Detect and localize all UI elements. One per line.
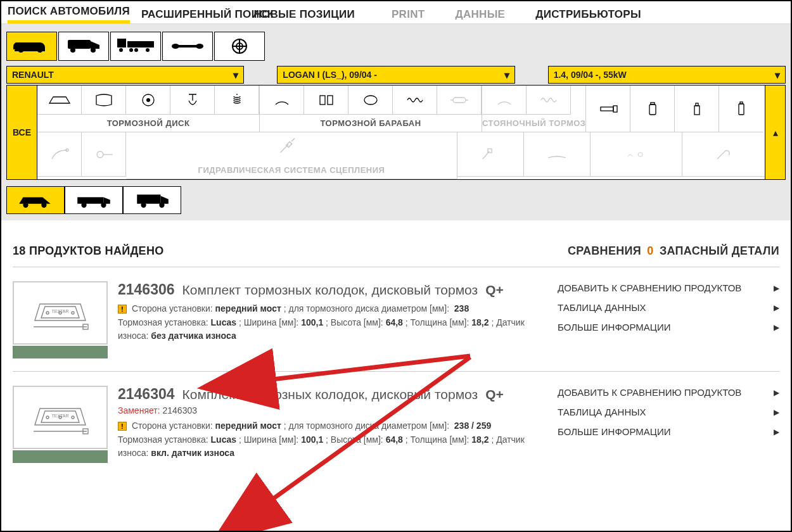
cat-pad-icon[interactable] (37, 86, 82, 115)
svg-point-3 (70, 48, 75, 53)
cat-group-hydraulic: ГИДРАВЛИЧЕСКАЯ СИСТЕМА СЦЕПЛЕНИЯ (126, 132, 457, 179)
chevron-down-icon: ▾ (775, 69, 780, 81)
vehicle-type-van[interactable] (58, 32, 109, 61)
meta-label: ; для тормозного диска диаметром [мм]: (284, 421, 449, 431)
svg-rect-21 (328, 96, 333, 104)
meta-value: 18,2 (471, 317, 489, 327)
cat-tube-icon[interactable] (719, 86, 763, 132)
profile-b[interactable] (65, 186, 123, 214)
select-engine[interactable]: 1.4, 09/04 -, 55kW▾ (548, 66, 786, 84)
cat-fluid-icon[interactable] (630, 86, 675, 132)
category-grid: ВСЕ ТОРМОЗНОЙ ДИСК (6, 85, 786, 180)
product-name: Комплект тормозных колодок, дисковый тор… (182, 387, 478, 402)
category-all[interactable]: ВСЕ (6, 85, 37, 180)
cat-misc3-icon[interactable] (591, 132, 682, 177)
svg-rect-32 (739, 104, 744, 115)
top-nav: ПОИСК АВТОМОБИЛЯ РАСШИРЕННЫЙ ПОИСК НОВЫЕ… (1, 1, 791, 24)
meta-value: передний мост (215, 303, 281, 314)
profile-c[interactable] (123, 186, 181, 214)
triangle-right-icon: ▶ (774, 428, 779, 436)
svg-point-19 (146, 98, 150, 102)
meta-value: Lucas (211, 434, 236, 445)
nav-distributors[interactable]: ДИСТРИБЬЮТОРЫ (535, 8, 641, 21)
meta-value: без датчика износа (151, 331, 236, 341)
triangle-right-icon: ▶ (774, 408, 779, 417)
meta-value: вкл. датчик износа (151, 448, 234, 458)
svg-rect-33 (740, 102, 743, 104)
action-more-info[interactable]: БОЛЬШЕ ИНФОРМАЦИИ▶ (558, 426, 779, 437)
cat-valve-icon[interactable] (82, 132, 126, 177)
vehicle-type-truck[interactable] (110, 32, 161, 61)
svg-rect-37 (286, 142, 292, 148)
warning-icon (118, 305, 127, 314)
cat-rotor-icon[interactable] (126, 86, 170, 115)
product-sku: 2146304 (118, 386, 175, 403)
action-datatable[interactable]: ТАБЛИЦА ДАННЫХ▶ (558, 407, 779, 417)
svg-point-10 (146, 48, 150, 52)
q-plus-badge: Q+ (485, 387, 504, 402)
cat-drum-icon[interactable] (348, 86, 393, 115)
svg-rect-30 (694, 106, 699, 115)
svg-point-44 (101, 203, 106, 208)
product-sku: 2146306 (118, 281, 175, 298)
compare-label-a: СРАВНЕНИЯ (568, 244, 641, 257)
cat-spring-icon[interactable] (215, 86, 259, 115)
product-card: TEXTAR 2146304 Комплект тормозных колодо… (13, 371, 779, 476)
action-compare[interactable]: ДОБАВИТЬ К СРАВНЕНИЮ ПРОДУКТОВ▶ (558, 282, 779, 293)
cat-tool-icon[interactable] (682, 132, 765, 177)
cat-bottle-icon[interactable] (675, 86, 719, 132)
stock-bar (13, 346, 108, 358)
action-compare[interactable]: ДОБАВИТЬ К СРАВНЕНИЮ ПРОДУКТОВ▶ (558, 387, 779, 398)
action-more-info[interactable]: БОЛЬШЕ ИНФОРМАЦИИ▶ (558, 322, 779, 332)
replaces-value: 2146303 (162, 405, 197, 415)
warning-icon (118, 422, 127, 431)
meta-label: ; Ширина [мм]: (239, 434, 298, 445)
cat-hose-icon[interactable] (37, 132, 82, 177)
nav-print[interactable]: PRINT (392, 8, 425, 21)
select-model[interactable]: LOGAN I (LS_), 09/04 -▾ (277, 66, 514, 84)
vehicle-selects: RENAULT▾ LOGAN I (LS_), 09/04 -▾ 1.4, 09… (6, 66, 786, 84)
product-thumb[interactable]: TEXTAR (13, 386, 108, 463)
svg-point-4 (91, 48, 96, 53)
vehicle-type-car[interactable] (6, 32, 57, 61)
filter-zone: RENAULT▾ LOGAN I (LS_), 09/04 -▾ 1.4, 09… (1, 24, 791, 220)
select-make[interactable]: RENAULT▾ (6, 66, 244, 84)
vehicle-type-axle[interactable] (162, 32, 213, 61)
meta-value: 238 (454, 303, 469, 314)
cat-misc1-icon[interactable] (457, 132, 524, 177)
cat-shoe-icon[interactable] (260, 86, 304, 115)
svg-rect-5 (117, 39, 126, 48)
cat-park-shoe-icon[interactable] (482, 86, 527, 115)
meta-label: Сторона установки: (132, 303, 213, 314)
chevron-down-icon: ▾ (504, 69, 509, 81)
svg-rect-42 (77, 198, 103, 204)
results-header: 18 ПРОДУКТОВ НАЙДЕНО СРАВНЕНИЯ 0 ЗАПАСНЫ… (1, 220, 791, 267)
select-make-value: RENAULT (12, 70, 54, 80)
product-actions: ДОБАВИТЬ К СРАВНЕНИЮ ПРОДУКТОВ▶ ТАБЛИЦА … (558, 386, 779, 463)
cat-cylinder-icon[interactable] (437, 86, 482, 115)
nav-vehicle-search[interactable]: ПОИСК АВТОМОБИЛЯ (8, 5, 130, 23)
product-thumb[interactable]: TEXTAR (13, 281, 108, 358)
svg-point-7 (119, 48, 123, 52)
meta-value: передний мост (215, 421, 281, 431)
profile-a[interactable] (6, 186, 65, 214)
collapse-button[interactable]: ▴ (765, 85, 786, 180)
vehicle-type-rotor[interactable] (214, 32, 265, 61)
cat-sensor-icon[interactable] (170, 86, 215, 115)
svg-rect-20 (320, 96, 325, 104)
meta-label: ; Толщина [мм]: (406, 434, 469, 445)
nav-new-items[interactable]: НОВЫЕ ПОЗИЦИИ (253, 8, 355, 21)
nav-data[interactable]: ДАННЫЕ (455, 8, 505, 21)
meta-label: ; Толщина [мм]: (406, 317, 469, 327)
action-datatable[interactable]: ТАБЛИЦА ДАННЫХ▶ (558, 302, 779, 313)
cat-drumkit-icon[interactable] (304, 86, 348, 115)
svg-point-56 (72, 416, 74, 419)
cat-caliper-icon[interactable] (82, 86, 126, 115)
cat-park-spring-icon[interactable] (527, 86, 571, 115)
svg-point-22 (364, 96, 377, 104)
cat-master-icon[interactable] (586, 86, 630, 132)
meta-label: ; Высота [мм]: (326, 317, 383, 327)
svg-rect-6 (127, 41, 154, 48)
cat-springkit-icon[interactable] (393, 86, 437, 115)
cat-misc2-icon[interactable] (524, 132, 591, 177)
